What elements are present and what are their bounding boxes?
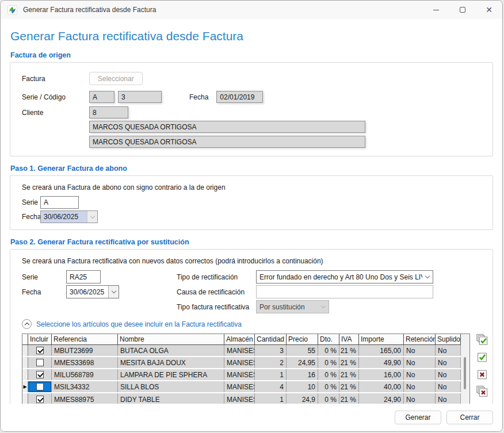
grid-cell-nombre[interactable]: LAMPARA DE PIE SPHERA (118, 369, 224, 380)
causa-rectificacion-input[interactable] (256, 285, 433, 298)
grid-header-referencia[interactable]: Referencia (52, 334, 118, 345)
incluir-checkbox[interactable] (36, 347, 44, 354)
serie-origen-field: A (89, 91, 114, 103)
grid-row-MILU568789[interactable]: MILU568789LAMPARA DE PIE SPHERAMANISES11… (22, 369, 461, 381)
grid-header-nombre[interactable]: Nombre (118, 334, 224, 345)
grid-cell-almacen[interactable]: MANISES (224, 369, 255, 380)
grid-cell-retencion[interactable]: No (404, 369, 436, 380)
paso2-serie-input[interactable] (66, 270, 101, 283)
incluir-checkbox[interactable] (36, 371, 44, 378)
paso1-serie-label: Serie (22, 198, 40, 206)
grid-cell-retencion[interactable]: No (404, 357, 436, 368)
paso1-serie-input[interactable] (40, 196, 79, 209)
grid-cell-precio[interactable]: 24,95 (287, 357, 318, 368)
grid-cell-cantidad[interactable]: 4 (255, 381, 287, 392)
grid-cell-iva[interactable]: 21 % (339, 345, 359, 356)
grid-cell-cantidad[interactable]: 3 (255, 345, 287, 356)
grid-cell-importe[interactable]: 16,00 (359, 369, 404, 380)
cliente-nombre-field: MARCOS QUESADA ORTIGOSA (89, 121, 365, 133)
grid-cell-retencion[interactable]: No (404, 381, 436, 392)
generar-button[interactable]: Generar (395, 411, 441, 424)
grid-row-MBUT23699[interactable]: MBUT23699BUTACA OLGAMANISES3550 %21 %165… (22, 345, 461, 357)
tipo-rectificacion-label: Tipo de rectificación (177, 273, 256, 281)
grid-cell-cantidad[interactable]: 1 (255, 369, 287, 380)
grid-cell-iva[interactable]: 21 % (339, 369, 359, 380)
grid-cell-importe[interactable]: 40,00 (359, 381, 404, 392)
grid-header-cantidad[interactable]: Cantidad (255, 334, 287, 345)
grid-cell-suplido[interactable]: No (436, 345, 461, 356)
grid-header-precio[interactable]: Precio (287, 334, 318, 345)
tipo-factura-rectificativa-label: Tipo factura rectificativa (177, 303, 256, 311)
grid-cell-suplido[interactable]: No (436, 357, 461, 368)
grid-cell-nombre[interactable]: MESITA BAJA DOUX (118, 357, 224, 368)
grid-cell-iva[interactable]: 21 % (339, 357, 359, 368)
paso2-fecha-combobox[interactable]: 30/06/2025 (66, 285, 119, 298)
chevron-down-icon[interactable] (87, 211, 97, 223)
grid-scrollbar-thumb[interactable] (464, 357, 466, 389)
seleccionar-button[interactable]: Seleccionar (89, 72, 143, 85)
grid-cell-almacen[interactable]: MANISES (224, 357, 255, 368)
paso1-fecha-combobox[interactable]: 30/06/2025 (40, 210, 98, 223)
grid-cell-suplido[interactable]: No (436, 381, 461, 392)
grid-cell-dto[interactable]: 0 % (318, 345, 339, 356)
grid-cell-almacen[interactable]: MANISES (224, 345, 255, 356)
grid-header-iva[interactable]: IVA (339, 334, 359, 345)
tipo-rectificacion-combobox[interactable]: Error fundado en derecho y Art 80 Uno Do… (256, 270, 433, 283)
grid-cell-precio[interactable]: 16 (287, 369, 318, 380)
grid-cell-incluir[interactable] (28, 345, 52, 356)
grid-cell-importe[interactable]: 165,00 (359, 345, 404, 356)
title-bar[interactable]: Generar Factura rectificativa desde Fact… (1, 1, 502, 19)
cerrar-button[interactable]: Cerrar (446, 411, 493, 424)
grid-cell-dto[interactable]: 0 % (318, 369, 339, 380)
row-marker (22, 357, 28, 368)
grid-cell-referencia[interactable]: MSIL34332 (52, 381, 118, 392)
minimize-button[interactable] (423, 1, 449, 19)
chevron-down-icon[interactable] (108, 286, 119, 298)
grid-cell-almacen[interactable]: MANISES (224, 381, 255, 392)
grid-cell-cantidad[interactable]: 2 (255, 357, 287, 368)
grid-cell-referencia[interactable]: MBUT23699 (52, 345, 118, 356)
grid-cell-incluir[interactable] (28, 381, 52, 392)
footer-bar: Generar Cerrar (1, 404, 502, 431)
chevron-down-icon[interactable] (422, 271, 433, 283)
grid-cell-suplido[interactable]: No (436, 369, 461, 380)
grid-header-importe[interactable]: Importe (359, 334, 404, 345)
grid-cell-referencia[interactable]: MMES33698 (52, 357, 118, 368)
close-button[interactable]: ✕ (476, 1, 502, 19)
grid-cell-incluir[interactable] (28, 357, 52, 368)
incluir-checkbox[interactable] (36, 359, 44, 366)
incluir-checkbox[interactable] (36, 383, 44, 390)
grid-cell-importe[interactable]: 49,90 (359, 357, 404, 368)
codigo-origen-field: 3 (118, 91, 162, 103)
grid-cell-dto[interactable]: 0 % (318, 381, 339, 392)
include-all-button[interactable] (476, 334, 488, 346)
grid-row-MMES33698[interactable]: MMES33698MESITA BAJA DOUXMANISES224,950 … (22, 357, 461, 369)
grid-header-incluir[interactable]: Incluir (28, 334, 52, 345)
page-title: Generar Factura rectificativa desde Fact… (10, 29, 493, 43)
minimize-icon (433, 10, 439, 10)
grid-cell-precio[interactable]: 10 (287, 381, 318, 392)
grid-header-dto[interactable]: Dto. (318, 334, 339, 345)
grid-header-almacen[interactable]: Almacén (224, 334, 255, 345)
grid-cell-retencion[interactable]: No (404, 345, 436, 356)
grid-cell-incluir[interactable] (28, 369, 52, 380)
serie-codigo-label: Serie / Código (22, 93, 89, 101)
window-title: Generar Factura rectificativa desde Fact… (23, 6, 156, 14)
grid-cell-referencia[interactable]: MILU568789 (52, 369, 118, 380)
include-selected-button[interactable] (476, 351, 488, 363)
exclude-all-button[interactable] (476, 385, 488, 398)
grid-vertical-scrollbar[interactable] (461, 334, 469, 405)
grid-cell-precio[interactable]: 55 (287, 345, 318, 356)
maximize-button[interactable] (449, 1, 476, 19)
section-title-origen: Factura de origen (10, 51, 493, 59)
grid-cell-iva[interactable]: 21 % (339, 381, 359, 392)
grid-cell-nombre[interactable]: BUTACA OLGA (118, 345, 224, 356)
grid-header-suplido[interactable]: Suplido (436, 334, 461, 345)
grid-cell-nombre[interactable]: SILLA BLOS (118, 381, 224, 392)
collapse-articles-button[interactable] (22, 319, 32, 329)
grid-row-MSIL34332[interactable]: ▶MSIL34332SILLA BLOSMANISES4100 %21 %40,… (22, 381, 461, 393)
grid-header-retencion[interactable]: Retención (404, 334, 436, 345)
exclude-selected-button[interactable] (476, 368, 488, 381)
grid-cell-dto[interactable]: 0 % (318, 357, 339, 368)
incluir-checkbox[interactable] (36, 396, 44, 403)
